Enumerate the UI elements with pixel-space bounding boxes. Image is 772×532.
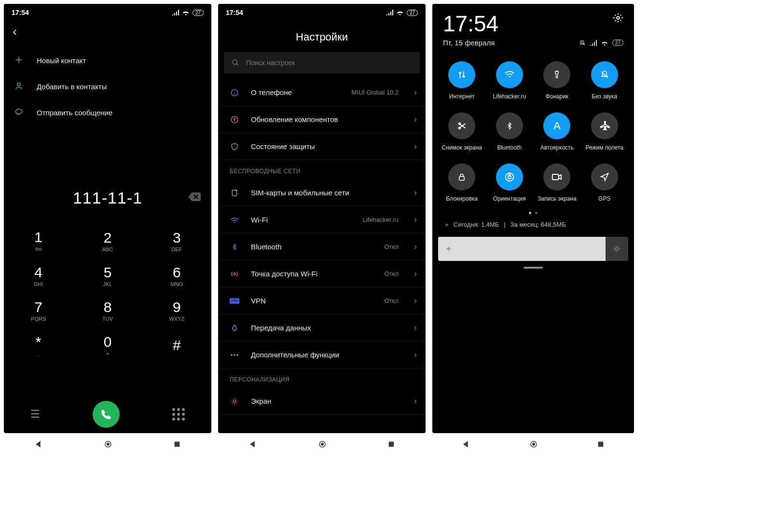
key-6[interactable]: 6MNO (142, 259, 211, 293)
tile-screenrecord[interactable]: Запись экрана (533, 164, 581, 202)
scissors-icon (448, 112, 475, 139)
menu-button[interactable]: ☰ (30, 408, 40, 421)
data-usage-line[interactable]: ● Сегодня: 1,4МБ | За месяц: 648,5МБ (432, 221, 634, 235)
dialpad-toggle-button[interactable] (172, 408, 185, 421)
svg-rect-22 (459, 177, 465, 180)
new-contact-row[interactable]: Новый контакт (4, 47, 211, 73)
settings-gear-button[interactable] (613, 13, 623, 25)
status-time: 17:54 (12, 9, 29, 16)
bluetooth-tile-icon (496, 112, 523, 139)
hotspot-icon (230, 270, 239, 278)
svg-point-29 (532, 443, 535, 446)
bluetooth-row-icon (230, 243, 239, 251)
rotation-lock-icon (496, 164, 523, 191)
location-icon (591, 164, 618, 191)
key-star[interactable]: *, (4, 328, 73, 363)
nav-bar (4, 433, 211, 455)
key-hash[interactable]: # (142, 328, 211, 363)
tile-wifi[interactable]: Lifehacker.ru (486, 61, 534, 100)
chevron-right-icon: › (414, 296, 417, 306)
tile-autobrightness[interactable]: A Автояркость (533, 112, 581, 151)
brightness-auto-toggle[interactable] (606, 237, 628, 261)
tile-torch[interactable]: Фонарик (533, 61, 581, 100)
tile-screenshot[interactable]: Снимок экрана (438, 112, 486, 151)
svg-rect-4 (175, 442, 180, 447)
row-data-usage[interactable]: Передача данных › (218, 314, 426, 341)
backspace-button[interactable] (188, 192, 201, 203)
nav-recents-icon[interactable] (597, 440, 605, 448)
key-8[interactable]: 8TUV (73, 293, 142, 328)
chevron-right-icon: › (414, 242, 417, 252)
row-about-phone[interactable]: О телефоне MIUI Global 10.2 › (218, 79, 426, 106)
key-0[interactable]: 0+ (73, 328, 142, 363)
call-button[interactable] (93, 401, 120, 428)
nav-home-icon[interactable] (529, 440, 538, 449)
plus-icon (14, 55, 24, 66)
key-1[interactable]: 1ᴏᴏ (4, 224, 73, 259)
key-2[interactable]: 2ABC (73, 224, 142, 259)
add-to-contacts-label: Добавить в контакты (37, 82, 107, 91)
signal-icon (590, 40, 597, 46)
section-personalization: ПЕРСОНАЛИЗАЦИЯ (218, 368, 426, 388)
dialer-bottom-bar: ☰ (4, 396, 211, 433)
data-today: Сегодня: 1,4МБ (454, 221, 499, 228)
shield-icon (230, 142, 239, 151)
tile-airplane[interactable]: Режим полета (581, 112, 629, 151)
svg-rect-30 (598, 442, 604, 447)
nav-home-icon[interactable] (104, 440, 112, 449)
drag-handle[interactable] (524, 267, 543, 269)
tile-bluetooth[interactable]: Bluetooth (486, 112, 534, 151)
add-to-contacts-row[interactable]: Добавить в контакты (4, 73, 211, 99)
key-9[interactable]: 9WXYZ (142, 293, 211, 328)
page-indicator[interactable] (432, 209, 634, 221)
row-hotspot[interactable]: Точка доступа Wi-Fi Откл › (218, 260, 426, 287)
tile-internet[interactable]: Интернет (438, 61, 486, 100)
row-bluetooth[interactable]: Bluetooth Откл › (218, 233, 426, 260)
auto-a-icon: A (543, 112, 570, 139)
tile-silent[interactable]: Без звука (581, 61, 629, 100)
info-icon (230, 88, 239, 97)
row-sim[interactable]: SIM-карты и мобильные сети › (218, 179, 426, 206)
nav-recents-icon[interactable] (387, 440, 395, 448)
key-7[interactable]: 7PQRS (4, 293, 73, 328)
screen-settings: 17:54 27 Настройки Поиск настроек О теле… (218, 4, 426, 433)
send-message-row[interactable]: Отправить сообщение (4, 99, 211, 125)
status-bar: 17:54 27 (218, 4, 426, 21)
key-4[interactable]: 4GHI (4, 259, 73, 293)
nav-back-icon[interactable] (34, 440, 43, 449)
row-more[interactable]: Дополнительные функции › (218, 341, 426, 368)
key-3[interactable]: 3DEF (142, 224, 211, 259)
nav-recents-icon[interactable] (173, 440, 181, 448)
settings-search[interactable]: Поиск настроек (224, 52, 420, 73)
sim-icon (230, 189, 239, 197)
key-5[interactable]: 5JKL (73, 259, 142, 293)
qs-date: Пт, 15 февраля (443, 39, 495, 47)
row-update[interactable]: Обновление компонентов › (218, 106, 426, 133)
more-icon (230, 354, 239, 356)
chevron-right-icon: › (414, 323, 417, 333)
row-security-status[interactable]: Состояние защиты › (218, 133, 426, 160)
svg-rect-25 (552, 175, 559, 180)
nav-back-icon[interactable] (462, 440, 470, 449)
tile-lock[interactable]: Блокировка (438, 164, 486, 202)
back-button[interactable] (4, 21, 211, 45)
qs-tiles-grid: Интернет Lifehacker.ru Фонарик Без звука… (432, 55, 634, 209)
number-display: 111-11-1 (4, 183, 211, 212)
nav-home-icon[interactable] (318, 440, 327, 449)
row-display[interactable]: Экран › (218, 388, 426, 415)
tile-gps[interactable]: GPS (581, 164, 629, 202)
svg-rect-18 (389, 442, 394, 447)
status-time: 17:54 (226, 9, 243, 16)
svg-point-1 (15, 109, 22, 114)
tile-rotation[interactable]: Ориентация (486, 164, 534, 202)
svg-rect-24 (508, 176, 511, 179)
row-wifi[interactable]: Wi-Fi Lifehacker.ru › (218, 206, 426, 233)
person-icon (14, 82, 24, 92)
row-vpn[interactable]: VPN VPN Откл › (218, 287, 426, 314)
nav-back-icon[interactable] (248, 440, 257, 449)
brightness-slider[interactable] (438, 237, 628, 261)
settings-list[interactable]: О телефоне MIUI Global 10.2 › Обновление… (218, 79, 426, 433)
svg-point-19 (617, 16, 620, 19)
contact-actions: Новый контакт Добавить в контакты Отправ… (4, 45, 211, 130)
settings-title: Настройки (218, 21, 426, 52)
